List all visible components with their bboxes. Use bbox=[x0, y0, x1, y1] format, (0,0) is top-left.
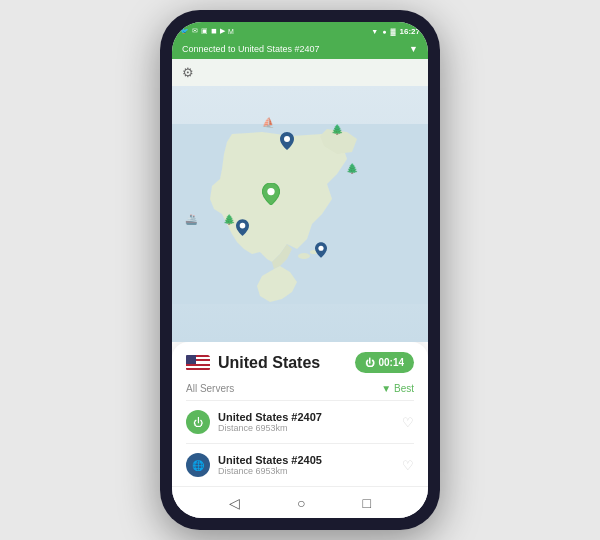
map-pin-active bbox=[262, 183, 280, 205]
play-icon: ▶ bbox=[220, 27, 225, 35]
boat-icon: 🚢 bbox=[185, 214, 197, 225]
svg-point-6 bbox=[319, 246, 324, 251]
server-2-left: 🌐 United States #2405 Distance 6953km bbox=[186, 453, 322, 477]
country-header: United States ⏻ 00:14 bbox=[172, 342, 428, 381]
map-pin-3 bbox=[315, 242, 327, 258]
server-1-distance: Distance 6953km bbox=[218, 423, 322, 433]
server-1-info: United States #2407 Distance 6953km bbox=[218, 411, 322, 433]
connection-bar[interactable]: Connected to United States #2407 ▼ bbox=[172, 40, 428, 59]
phone-screen: 🐦 ✉ ▣ ◼ ▶ M ▼ ● ▓ 16:27 Connected to Uni… bbox=[172, 22, 428, 518]
phone-frame: 🐦 ✉ ▣ ◼ ▶ M ▼ ● ▓ 16:27 Connected to Uni… bbox=[160, 10, 440, 530]
server-1-favorite-icon[interactable]: ♡ bbox=[402, 415, 414, 430]
tree-icon-2: 🌲 bbox=[346, 163, 358, 174]
recent-button[interactable]: □ bbox=[363, 495, 371, 511]
mail-icon: ✉ bbox=[192, 27, 198, 35]
best-filter[interactable]: ▼ Best bbox=[381, 383, 414, 394]
us-flag bbox=[186, 355, 210, 371]
svg-point-3 bbox=[284, 136, 290, 142]
status-icons: 🐦 ✉ ▣ ◼ ▶ M bbox=[180, 27, 234, 35]
connection-text: Connected to United States #2407 bbox=[182, 44, 320, 54]
map-pin-1 bbox=[280, 132, 294, 150]
battery-icon: ▓ bbox=[390, 28, 395, 35]
connection-chevron-icon: ▼ bbox=[409, 44, 418, 54]
server-2-icon: 🌐 bbox=[186, 453, 210, 477]
server-2-info: United States #2405 Distance 6953km bbox=[218, 454, 322, 476]
power-icon: ⏻ bbox=[365, 358, 374, 368]
server-1-left: ⏻ United States #2407 Distance 6953km bbox=[186, 410, 322, 434]
wifi-icon: ◼ bbox=[211, 27, 217, 35]
map-area: 🌲 🌲 🌲 ⛵ 🚢 bbox=[172, 86, 428, 342]
time-display: 16:27 bbox=[400, 27, 420, 36]
svg-point-1 bbox=[298, 253, 310, 259]
connect-timer: 00:14 bbox=[378, 357, 404, 368]
home-button[interactable]: ○ bbox=[297, 495, 305, 511]
wifi2-icon: ● bbox=[382, 28, 386, 35]
server-2-globe-icon: 🌐 bbox=[192, 460, 204, 471]
server-item-1[interactable]: ⏻ United States #2407 Distance 6953km ♡ bbox=[172, 401, 428, 443]
back-button[interactable]: ◁ bbox=[229, 495, 240, 511]
server-item-2[interactable]: 🌐 United States #2405 Distance 6953km ♡ bbox=[172, 444, 428, 486]
tree-icon-3: 🌲 bbox=[223, 214, 235, 225]
connect-button[interactable]: ⏻ 00:14 bbox=[355, 352, 414, 373]
server-2-favorite-icon[interactable]: ♡ bbox=[402, 458, 414, 473]
cast-icon: ▣ bbox=[201, 27, 208, 35]
server-1-name: United States #2407 bbox=[218, 411, 322, 423]
server-filter-row: All Servers ▼ Best bbox=[172, 381, 428, 400]
bottom-panel: United States ⏻ 00:14 All Servers ▼ Best… bbox=[172, 342, 428, 486]
svg-point-5 bbox=[240, 223, 246, 229]
server-1-power-icon: ⏻ bbox=[193, 417, 203, 428]
map-pin-2 bbox=[236, 219, 249, 236]
twitter-icon: 🐦 bbox=[180, 27, 189, 35]
settings-row: ⚙ bbox=[172, 59, 428, 86]
tree-icon-4: ⛵ bbox=[262, 117, 274, 128]
tree-icon-1: 🌲 bbox=[331, 124, 343, 135]
server-2-distance: Distance 6953km bbox=[218, 466, 322, 476]
status-bar: 🐦 ✉ ▣ ◼ ▶ M ▼ ● ▓ 16:27 bbox=[172, 22, 428, 40]
nav-bar: ◁ ○ □ bbox=[172, 486, 428, 518]
country-name: United States bbox=[218, 354, 320, 372]
country-left: United States bbox=[186, 354, 320, 372]
all-servers-label: All Servers bbox=[186, 383, 234, 394]
server-2-name: United States #2405 bbox=[218, 454, 322, 466]
map-icon: M bbox=[228, 28, 234, 35]
svg-point-4 bbox=[267, 188, 274, 195]
settings-icon[interactable]: ⚙ bbox=[182, 65, 194, 80]
signal-icon: ▼ bbox=[371, 28, 378, 35]
server-1-icon: ⏻ bbox=[186, 410, 210, 434]
